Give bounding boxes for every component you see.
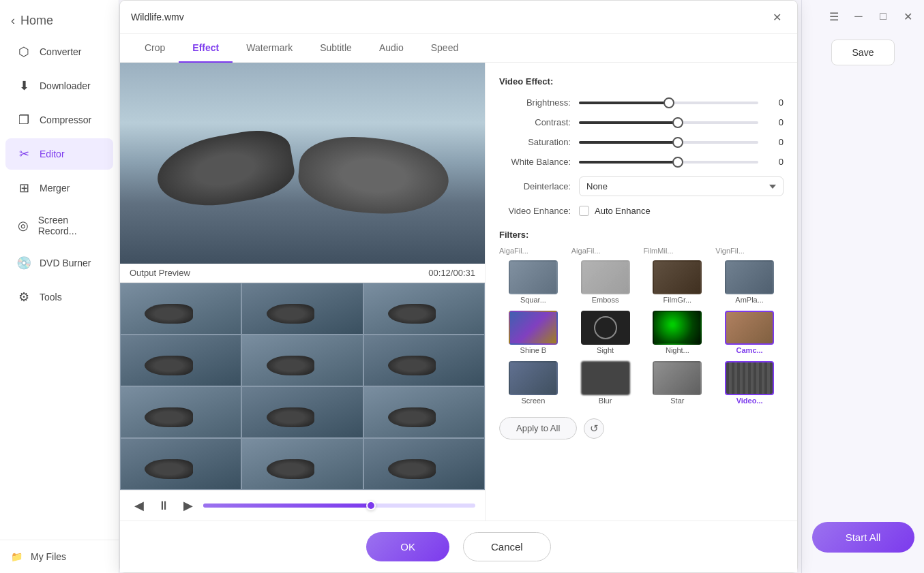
filters-scroll-container: Squar... Emboss FilmGr... xyxy=(499,259,784,439)
start-all-button[interactable]: Start All xyxy=(812,522,914,553)
close-window-button[interactable]: ✕ xyxy=(898,7,917,26)
filters-grid: Squar... Emboss FilmGr... xyxy=(499,259,784,406)
filter-shineb[interactable]: Shine B xyxy=(499,309,567,356)
sidebar-item-merger[interactable]: ⊞ Merger xyxy=(5,172,113,204)
dialog-close-button[interactable]: ✕ xyxy=(767,7,786,27)
cancel-button[interactable]: Cancel xyxy=(463,532,551,561)
filter-label-emboss: Emboss xyxy=(592,296,619,304)
filter-night[interactable]: Night... xyxy=(644,309,712,356)
filter-label-ampla: AmPla... xyxy=(735,296,764,304)
next-button[interactable]: ▶ xyxy=(179,496,198,515)
contrast-value: 0 xyxy=(766,117,784,127)
thumb-7 xyxy=(120,386,241,438)
thumb-6 xyxy=(363,335,485,386)
filter-blur[interactable]: Blur xyxy=(571,360,640,406)
dialog-content: Output Preview 00:12/00:31 xyxy=(120,63,797,521)
sidebar: ‹ Home ⬡ Converter ⬇ Downloader ❐ Compre… xyxy=(0,0,119,573)
screen-recorder-label: Screen Record... xyxy=(38,215,102,236)
filter-label-camc: Camc... xyxy=(736,346,763,354)
brightness-fill xyxy=(579,102,669,104)
filter-top-1: AigaFil... xyxy=(571,247,640,255)
saturation-thumb xyxy=(672,137,683,148)
compressor-icon: ❐ xyxy=(16,112,31,127)
deinterlace-select[interactable]: None Linear Blend Median xyxy=(579,176,784,196)
maximize-button[interactable]: □ xyxy=(874,7,893,26)
filter-thumb-ampla xyxy=(725,260,774,294)
ok-button[interactable]: OK xyxy=(366,532,449,561)
filter-ampla[interactable]: AmPla... xyxy=(715,259,784,305)
sidebar-item-converter[interactable]: ⬡ Converter xyxy=(5,36,113,67)
tab-bar: Crop Effect Watermark Subtitle Audio Spe… xyxy=(120,34,797,63)
filter-emboss[interactable]: Emboss xyxy=(571,259,640,305)
filter-thumb-camc xyxy=(725,311,774,345)
video-timestamp: 00:12/00:31 xyxy=(428,268,475,278)
filter-top-0: AigaFil... xyxy=(499,247,567,255)
filter-video[interactable]: Video... xyxy=(715,360,784,406)
editor-label: Editor xyxy=(40,149,65,159)
player-controls: ◀ ⏸ ▶ xyxy=(120,490,485,521)
white-balance-value: 0 xyxy=(766,157,784,167)
output-preview-label: Output Preview xyxy=(130,268,190,278)
menu-button[interactable]: ☰ xyxy=(824,7,844,26)
seal-1 xyxy=(151,124,297,215)
tab-subtitle[interactable]: Subtitle xyxy=(306,34,366,63)
sidebar-item-dvd-burner[interactable]: 💿 DVD Burner xyxy=(5,247,113,279)
deinterlace-label: Deinterlace: xyxy=(499,181,571,191)
contrast-slider[interactable] xyxy=(579,121,758,124)
saturation-slider[interactable] xyxy=(579,141,758,144)
thumb-12 xyxy=(363,438,485,490)
filter-screen[interactable]: Screen xyxy=(499,360,567,406)
sidebar-item-editor[interactable]: ✂ Editor xyxy=(5,138,113,170)
contrast-fill xyxy=(579,121,678,124)
filter-thumb-squarish xyxy=(509,260,558,294)
white-balance-thumb xyxy=(672,157,683,168)
auto-enhance-checkbox[interactable] xyxy=(579,206,589,216)
sidebar-item-compressor[interactable]: ❐ Compressor xyxy=(5,104,113,136)
filter-sight[interactable]: Sight xyxy=(571,309,640,356)
converter-label: Converter xyxy=(40,46,81,57)
sidebar-item-screen-recorder[interactable]: ◎ Screen Record... xyxy=(5,206,113,245)
tab-effect[interactable]: Effect xyxy=(179,34,233,63)
prev-button[interactable]: ◀ xyxy=(130,496,149,515)
sidebar-item-my-files[interactable]: 📁 My Files xyxy=(11,551,108,562)
filter-top-3: VignFil... xyxy=(715,247,784,255)
filter-star[interactable]: Star xyxy=(644,360,712,406)
brightness-label: Brightness: xyxy=(499,97,571,108)
save-button[interactable]: Save xyxy=(831,40,895,65)
dialog-footer: OK Cancel xyxy=(120,521,797,572)
progress-bar[interactable] xyxy=(203,504,475,508)
right-panel: ☰ ─ □ ✕ Save Start All xyxy=(801,0,924,573)
filter-thumb-filmgr xyxy=(653,260,702,294)
output-preview-bar: Output Preview 00:12/00:31 xyxy=(120,264,485,283)
filter-label-video: Video... xyxy=(736,397,763,405)
converter-icon: ⬡ xyxy=(16,44,31,59)
video-enhance-label: Video Enhance: xyxy=(499,206,571,216)
filters-title: Filters: xyxy=(499,230,784,240)
back-button[interactable]: ‹ Home xyxy=(0,7,119,35)
progress-fill xyxy=(203,504,372,508)
filter-camc[interactable]: Camc... xyxy=(715,309,784,356)
filter-squarish[interactable]: Squar... xyxy=(499,259,567,305)
video-preview xyxy=(120,63,485,264)
white-balance-row: White Balance: 0 xyxy=(499,157,784,167)
tab-watermark[interactable]: Watermark xyxy=(233,34,306,63)
thumb-4 xyxy=(120,335,241,386)
white-balance-slider[interactable] xyxy=(579,161,758,164)
sidebar-item-tools[interactable]: ⚙ Tools xyxy=(5,281,113,313)
tab-audio[interactable]: Audio xyxy=(366,34,417,63)
seal-2 xyxy=(295,132,451,220)
tab-speed[interactable]: Speed xyxy=(417,34,472,63)
editor-icon: ✂ xyxy=(16,146,31,161)
minimize-button[interactable]: ─ xyxy=(849,7,868,26)
filter-filmgr[interactable]: FilmGr... xyxy=(644,259,712,305)
thumb-10 xyxy=(120,438,241,490)
filter-thumb-video xyxy=(725,361,774,395)
brightness-slider[interactable] xyxy=(579,102,758,104)
downloader-icon: ⬇ xyxy=(16,78,31,93)
apply-to-all-button[interactable]: Apply to All xyxy=(499,417,577,439)
pause-button[interactable]: ⏸ xyxy=(154,496,173,515)
thumb-1 xyxy=(120,283,241,335)
sidebar-item-downloader[interactable]: ⬇ Downloader xyxy=(5,70,113,102)
reset-button[interactable]: ↺ xyxy=(584,418,604,439)
tab-crop[interactable]: Crop xyxy=(131,34,179,63)
